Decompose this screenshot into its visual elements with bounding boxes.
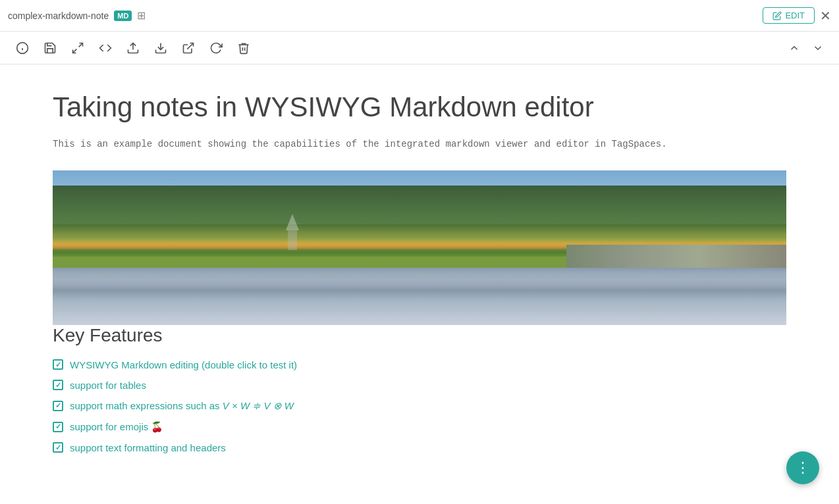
toolbar [0,32,839,64]
checklist-text-2: support for tables [70,380,146,391]
embed-button[interactable] [94,36,117,60]
delete-button[interactable] [232,36,256,60]
edit-button[interactable]: EDIT [763,7,815,24]
chevron-down-icon [812,42,824,54]
fab-button[interactable]: ⋮ [786,451,819,484]
document-subtitle: This is an example document showing the … [53,137,786,151]
edit-pencil-icon [772,11,782,20]
expand-icon [71,41,84,55]
delete-icon [237,41,250,55]
checkbox-2[interactable]: ✓ [53,380,63,390]
save-icon [43,41,57,55]
svg-line-3 [79,43,83,47]
svg-rect-9 [288,230,297,250]
list-item: ✓ support math expressions such as V × W… [53,400,786,412]
list-item: ✓ support for tables [53,380,786,391]
external-link-icon [182,41,195,55]
svg-line-7 [187,43,193,49]
checkbox-3[interactable]: ✓ [53,401,63,411]
list-item: ✓ WYSIWYG Markdown editing (double click… [53,359,786,370]
export-icon [154,41,167,55]
checkbox-1[interactable]: ✓ [53,359,63,370]
info-icon [16,41,29,55]
import-button[interactable] [121,36,145,60]
navigate-down-button[interactable] [807,38,828,59]
chevron-up-icon [788,42,800,54]
checklist-text-1: WYSIWYG Markdown editing (double click t… [70,359,297,370]
toolbar-right [784,38,828,59]
document-title: Taking notes in WYSIWYG Markdown editor [53,91,786,124]
code-icon [99,41,112,55]
checklist-text-3: support math expressions such as V × W ≑… [70,400,294,412]
list-item: ✓ support for emojis 🍒 [53,421,786,433]
water-layer [53,268,786,325]
svg-marker-8 [286,214,299,230]
close-button[interactable]: ✕ [820,9,831,22]
svg-line-4 [73,49,77,53]
checklist: ✓ WYSIWYG Markdown editing (double click… [53,359,786,453]
checkbox-4[interactable]: ✓ [53,422,63,432]
toolbar-left [11,36,256,60]
import-icon [126,41,140,55]
open-external-button[interactable] [176,36,200,60]
title-bar-left: complex-markdown-note MD ⊞ [8,9,146,22]
document-image [53,170,786,325]
content-area: Taking notes in WYSIWYG Markdown editor … [0,64,839,504]
file-name: complex-markdown-note [8,11,109,21]
section-title: Key Features [53,325,786,346]
checklist-text-5: support text formatting and headers [70,442,226,453]
checklist-text-4: support for emojis 🍒 [70,421,163,433]
pin-icon[interactable]: ⊞ [137,9,146,22]
title-bar: complex-markdown-note MD ⊞ EDIT ✕ [0,0,839,32]
info-button[interactable] [11,36,34,60]
file-type-tag: MD [114,11,132,21]
church-steeple-icon [273,214,312,266]
list-item: ✓ support text formatting and headers [53,442,786,453]
save-button[interactable] [38,36,62,60]
export-button[interactable] [149,36,173,60]
navigate-up-button[interactable] [784,38,805,59]
title-bar-right: EDIT ✕ [763,7,831,24]
expand-button[interactable] [66,36,90,60]
reload-icon [209,41,223,55]
reload-button[interactable] [204,36,228,60]
checkbox-5[interactable]: ✓ [53,442,63,453]
